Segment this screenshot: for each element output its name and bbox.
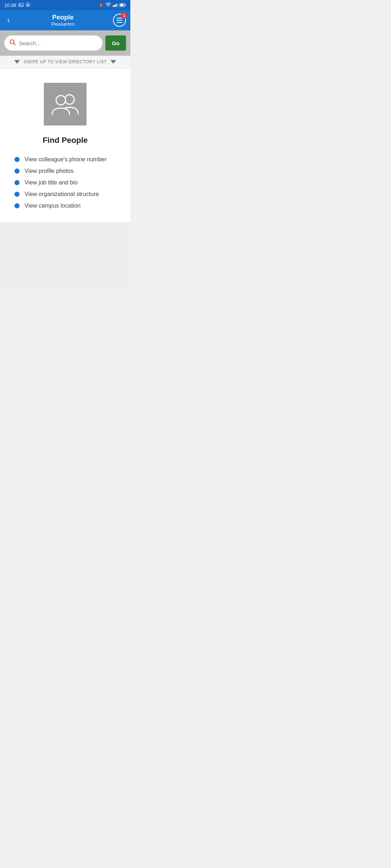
mute-icon: 🔇 [99,3,104,8]
page-title: People [51,14,75,21]
wifi-icon [105,3,111,8]
main-content: Find People View colleague's phone numbe… [0,68,130,222]
bullet-icon [14,192,20,197]
notification-badge: 1 [121,12,127,19]
list-item: View campus location [14,200,116,212]
svg-point-1 [20,4,20,5]
swipe-text: SWIPE UP TO VIEW DIRECTORY LIST [24,59,107,64]
list-item: View job title and bio [14,177,116,188]
list-item: View profile photos [14,165,116,177]
status-bar: 10:38 🔇 [0,0,130,10]
status-bar-right: 🔇 [99,3,126,8]
bullet-icon [14,203,20,208]
list-item: View organizational structure [14,188,116,200]
page-subtitle: Pleasanton [51,21,75,27]
svg-point-10 [56,95,66,105]
signal-icon [113,3,118,8]
feature-text: View campus location [25,203,80,209]
search-input[interactable] [19,40,97,46]
bullet-icon [14,180,20,185]
bottom-content [0,222,130,289]
svg-rect-5 [120,4,123,6]
time-display: 10:38 [4,3,16,8]
hamburger-icon [117,18,122,23]
gallery-icon [18,3,24,8]
svg-line-8 [14,43,16,45]
menu-button[interactable]: 1 [113,14,126,27]
back-button[interactable]: ‹ [4,13,13,28]
download-icon [26,3,30,8]
bullet-icon [14,157,20,162]
feature-text: View colleague's phone number [25,156,106,163]
search-icon [9,39,16,47]
feature-text: View organizational structure [25,191,99,197]
feature-text: View job title and bio [25,179,77,186]
go-button[interactable]: Go [105,35,126,51]
search-area: Go [0,30,130,56]
swipe-banner: SWIPE UP TO VIEW DIRECTORY LIST [0,56,130,68]
triangle-left-icon [14,60,20,64]
list-item: View colleague's phone number [14,154,116,165]
feature-text: View profile photos [25,168,73,174]
svg-point-9 [65,95,74,104]
app-bar-title: People Pleasanton [51,14,75,27]
search-input-wrapper [4,35,102,51]
find-people-title: Find People [43,136,88,145]
status-bar-left: 10:38 [4,3,30,8]
features-list: View colleague's phone number View profi… [14,154,116,212]
bullet-icon [14,169,20,174]
triangle-right-icon [110,60,116,64]
battery-icon [119,3,126,8]
app-bar: ‹ People Pleasanton 1 [0,10,130,30]
people-icon-box [44,83,87,125]
